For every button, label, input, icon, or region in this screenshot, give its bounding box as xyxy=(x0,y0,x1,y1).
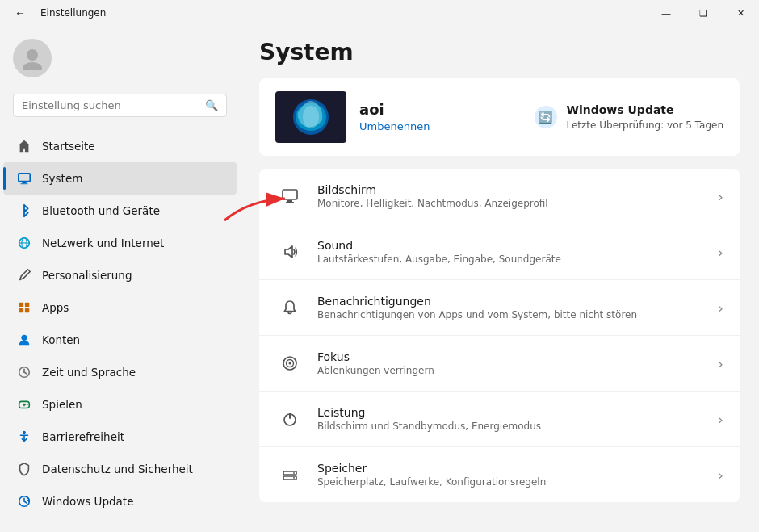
sidebar: 🔍 StartseiteSystemBluetooth und GeräteNe… xyxy=(0,26,240,532)
page-title: System xyxy=(259,26,740,78)
sidebar-item-games[interactable]: Spielen xyxy=(3,388,237,421)
sidebar-item-label-accounts: Konten xyxy=(42,333,80,346)
settings-item-title-storage: Speicher xyxy=(317,462,718,475)
update-icon xyxy=(16,493,32,509)
sidebar-item-access[interactable]: Barrierefreiheit xyxy=(3,421,237,453)
sidebar-item-update[interactable]: Windows Update xyxy=(3,485,237,517)
update-subtitle: Letzte Überprüfung: vor 5 Tagen xyxy=(567,119,724,131)
svg-line-15 xyxy=(24,372,27,374)
sidebar-item-label-apps: Apps xyxy=(42,301,69,314)
svg-rect-9 xyxy=(25,303,29,307)
sidebar-item-system[interactable]: System xyxy=(3,162,237,195)
svg-point-38 xyxy=(293,477,295,479)
settings-item-desc-notifications: Benachrichtigungen von Apps und vom Syst… xyxy=(317,309,718,320)
storage-icon xyxy=(275,460,304,489)
settings-item-display[interactable]: BildschirmMonitore, Helligkeit, Nachtmod… xyxy=(259,169,740,224)
settings-item-notifications[interactable]: BenachrichtigungenBenachrichtigungen von… xyxy=(259,280,740,336)
notifications-icon xyxy=(275,293,304,322)
back-button[interactable]: ← xyxy=(10,3,31,23)
sidebar-item-privacy[interactable]: Datenschutz und Sicherheit xyxy=(3,453,237,485)
settings-item-sound[interactable]: SoundLautstärkestufen, Ausgabe, Eingabe,… xyxy=(259,224,740,280)
app-body: 🔍 StartseiteSystemBluetooth und GeräteNe… xyxy=(0,26,759,532)
sidebar-item-time[interactable]: Zeit und Sprache xyxy=(3,356,237,388)
settings-item-focus[interactable]: FokusAblenkungen verringern› xyxy=(259,336,740,392)
settings-item-text-display: BildschirmMonitore, Helligkeit, Nachtmod… xyxy=(317,183,718,209)
bluetooth-icon xyxy=(16,203,32,219)
svg-point-1 xyxy=(23,62,42,70)
update-title: Windows Update xyxy=(567,103,724,116)
avatar-area xyxy=(13,32,227,84)
titlebar-left: ← Einstellungen xyxy=(10,3,106,23)
display-icon xyxy=(275,182,304,211)
system-card-right: 🔄 Windows Update Letzte Überprüfung: vor… xyxy=(535,103,724,132)
focus-icon xyxy=(275,349,304,378)
games-icon xyxy=(16,396,32,413)
sidebar-item-accounts[interactable]: Konten xyxy=(3,324,237,356)
chevron-icon-notifications: › xyxy=(718,300,723,316)
svg-rect-11 xyxy=(25,308,29,312)
home-icon xyxy=(16,138,32,154)
content-area: System aoi Umbenennen xyxy=(240,26,759,532)
svg-rect-2 xyxy=(19,174,30,182)
apps-icon xyxy=(16,300,32,316)
titlebar-controls: — ❑ ✕ xyxy=(648,0,759,26)
settings-item-storage[interactable]: SpeicherSpeicherplatz, Laufwerke, Konfig… xyxy=(259,447,740,502)
sidebar-item-label-home: Startseite xyxy=(42,140,95,153)
power-icon xyxy=(275,404,304,434)
nav-items: StartseiteSystemBluetooth und GeräteNetz… xyxy=(0,130,240,517)
sidebar-item-network[interactable]: Netzwerk und Internet xyxy=(3,227,237,259)
search-icon: 🔍 xyxy=(205,99,218,111)
sidebar-item-personal[interactable]: Personalisierung xyxy=(3,259,237,291)
titlebar: ← Einstellungen — ❑ ✕ xyxy=(0,0,759,26)
svg-marker-29 xyxy=(285,246,292,258)
svg-point-32 xyxy=(289,362,291,365)
chevron-icon-power: › xyxy=(718,411,723,428)
rename-link[interactable]: Umbenennen xyxy=(359,120,430,132)
svg-marker-22 xyxy=(27,499,30,502)
sidebar-item-label-access: Barrierefreiheit xyxy=(42,430,124,443)
settings-item-title-power: Leistung xyxy=(317,406,718,419)
settings-item-desc-power: Bildschirm und Standbymodus, Energiemodu… xyxy=(317,421,718,432)
search-input[interactable] xyxy=(22,99,200,111)
sidebar-item-label-privacy: Datenschutz und Sicherheit xyxy=(42,463,193,475)
settings-item-desc-sound: Lautstärkestufen, Ausgabe, Eingabe, Soun… xyxy=(317,253,718,265)
settings-item-desc-storage: Speicherplatz, Laufwerke, Konfigurations… xyxy=(317,476,718,488)
access-icon xyxy=(16,429,32,445)
settings-list: BildschirmMonitore, Helligkeit, Nachtmod… xyxy=(259,169,740,502)
svg-rect-4 xyxy=(21,183,28,184)
maximize-button[interactable]: ❑ xyxy=(685,0,722,26)
personal-icon xyxy=(16,267,32,283)
svg-rect-27 xyxy=(287,200,292,202)
settings-item-text-power: LeistungBildschirm und Standbymodus, Ene… xyxy=(317,406,718,432)
sidebar-item-label-system: System xyxy=(42,172,82,185)
time-icon xyxy=(16,364,32,380)
chevron-icon-focus: › xyxy=(718,355,723,372)
chevron-icon-sound: › xyxy=(718,244,723,261)
search-box[interactable]: 🔍 xyxy=(13,94,227,117)
sidebar-item-apps[interactable]: Apps xyxy=(3,291,237,324)
sidebar-item-home[interactable]: Startseite xyxy=(3,130,237,162)
settings-item-power[interactable]: LeistungBildschirm und Standbymodus, Ene… xyxy=(259,392,740,447)
sidebar-item-label-network: Netzwerk und Internet xyxy=(42,237,164,249)
svg-rect-26 xyxy=(283,190,297,199)
svg-rect-8 xyxy=(19,303,23,307)
titlebar-title: Einstellungen xyxy=(40,7,106,19)
svg-point-0 xyxy=(27,49,38,61)
update-text: Windows Update Letzte Überprüfung: vor 5… xyxy=(567,103,724,132)
sidebar-item-label-time: Zeit und Sprache xyxy=(42,366,136,379)
sidebar-top: 🔍 xyxy=(0,26,240,130)
minimize-button[interactable]: — xyxy=(648,0,685,26)
settings-item-text-focus: FokusAblenkungen verringern xyxy=(317,350,718,376)
settings-item-desc-focus: Ablenkungen verringern xyxy=(317,365,718,376)
sidebar-item-bluetooth[interactable]: Bluetooth und Geräte xyxy=(3,195,237,227)
accounts-icon xyxy=(16,332,32,348)
svg-rect-3 xyxy=(22,182,26,184)
sidebar-item-label-personal: Personalisierung xyxy=(42,269,132,282)
system-card-left: aoi Umbenennen xyxy=(275,91,430,143)
settings-item-title-display: Bildschirm xyxy=(317,183,718,196)
settings-item-desc-display: Monitore, Helligkeit, Nachtmodus, Anzeig… xyxy=(317,198,718,209)
svg-point-12 xyxy=(21,335,27,341)
close-button[interactable]: ✕ xyxy=(722,0,759,26)
pc-name: aoi xyxy=(359,101,430,118)
settings-item-title-focus: Fokus xyxy=(317,350,718,363)
